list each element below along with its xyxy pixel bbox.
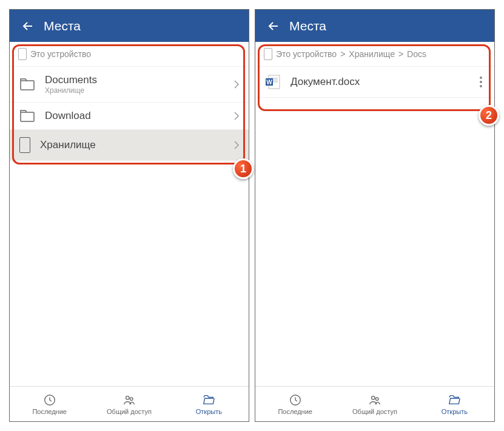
breadcrumb-sep: > <box>398 49 403 59</box>
nav-shared[interactable]: Общий доступ <box>89 387 169 421</box>
svg-text:W: W <box>266 79 272 86</box>
folder-storage[interactable]: Хранилище <box>10 130 249 161</box>
nav-label: Открыть <box>196 408 222 415</box>
item-text: Хранилище <box>40 139 224 151</box>
clock-icon <box>289 393 302 407</box>
nav-recent[interactable]: Последние <box>255 387 335 421</box>
chevron-right-icon <box>234 80 239 89</box>
folder-icon <box>19 78 35 90</box>
nav-recent[interactable]: Последние <box>10 387 89 421</box>
screenshot-left: Места 1 Это устройство Documents Хранили… <box>9 9 249 422</box>
item-text: Documents Хранилище <box>45 74 224 95</box>
word-file-icon: W <box>265 74 281 90</box>
folder-documents[interactable]: Documents Хранилище <box>10 67 249 103</box>
svg-rect-1 <box>21 112 34 121</box>
breadcrumb-part: Docs <box>407 49 426 59</box>
item-title: Download <box>45 110 224 122</box>
folder-download[interactable]: Download <box>10 103 249 130</box>
item-sub: Хранилище <box>45 86 224 95</box>
breadcrumb-sep: > <box>340 49 345 59</box>
breadcrumb-text: Это устройство <box>30 49 91 59</box>
annotation-badge: 2 <box>479 105 499 126</box>
folder-icon <box>19 110 35 122</box>
file-document[interactable]: W Документ.docx <box>255 67 494 98</box>
folder-open-icon <box>202 393 215 407</box>
device-icon <box>19 137 30 153</box>
svg-point-4 <box>130 397 133 400</box>
svg-point-13 <box>375 397 378 400</box>
breadcrumb-part: Хранилище <box>349 49 395 59</box>
header-title: Места <box>44 19 81 33</box>
item-title: Хранилище <box>40 139 224 151</box>
svg-point-12 <box>371 396 375 399</box>
folder-open-icon <box>448 393 461 407</box>
breadcrumb[interactable]: Это устройство > Хранилище > Docs <box>255 42 494 67</box>
item-text: Документ.docx <box>291 76 468 88</box>
svg-point-3 <box>126 396 129 399</box>
clock-icon <box>43 393 56 407</box>
file-title: Документ.docx <box>291 76 468 88</box>
screenshot-right: Места 2 Это устройство > Хранилище > Doc… <box>255 9 495 422</box>
breadcrumb-part: Это устройство <box>276 49 337 59</box>
content-area: 1 Это устройство Documents Хранилище Dow… <box>10 42 249 386</box>
nav-label: Общий доступ <box>107 408 152 415</box>
device-icon <box>18 48 27 60</box>
nav-open[interactable]: Открыть <box>415 387 494 421</box>
annotation-badge: 1 <box>233 158 254 179</box>
svg-rect-0 <box>21 81 34 90</box>
people-icon <box>368 393 381 407</box>
nav-shared[interactable]: Общий доступ <box>335 387 414 421</box>
device-icon <box>264 48 272 60</box>
bottom-nav: Последние Общий доступ Открыть <box>255 386 494 421</box>
people-icon <box>123 393 136 407</box>
chevron-right-icon <box>234 141 239 149</box>
nav-label: Общий доступ <box>352 408 397 415</box>
back-button[interactable] <box>263 15 284 37</box>
nav-label: Открыть <box>442 408 468 415</box>
nav-label: Последние <box>32 408 67 415</box>
app-header: Места <box>10 10 249 42</box>
back-button[interactable] <box>17 15 39 37</box>
bottom-nav: Последние Общий доступ Открыть <box>10 386 249 421</box>
item-text: Download <box>45 110 224 122</box>
more-options-button[interactable] <box>477 74 485 90</box>
app-header: Места <box>255 10 494 42</box>
breadcrumb[interactable]: Это устройство <box>10 42 249 67</box>
nav-label: Последние <box>278 408 312 415</box>
item-title: Documents <box>45 74 224 86</box>
nav-open[interactable]: Открыть <box>169 387 249 421</box>
chevron-right-icon <box>234 112 239 120</box>
content-area: 2 Это устройство > Хранилище > Docs W До… <box>255 42 494 386</box>
header-title: Места <box>289 19 326 33</box>
